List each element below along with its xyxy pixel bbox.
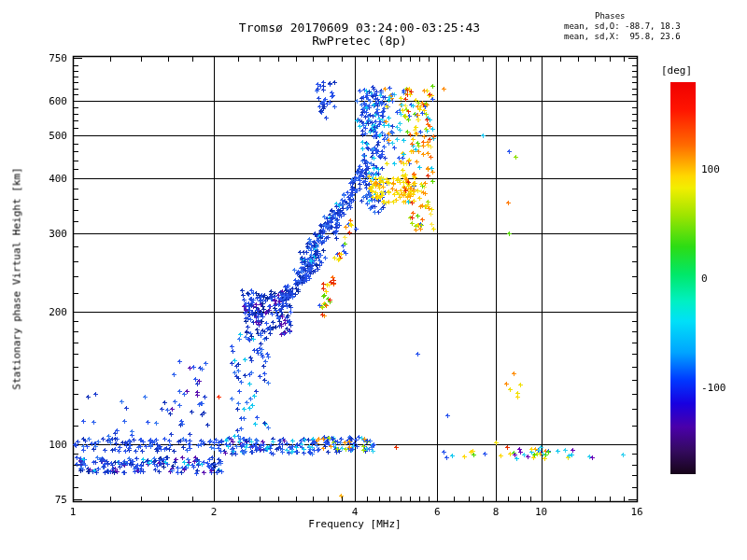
- y-tick-label: 300: [35, 228, 67, 240]
- y-tick-label: 400: [35, 173, 67, 185]
- x-tick-label: 10: [528, 506, 556, 518]
- phase-stats-heading: Phases: [595, 11, 626, 21]
- x-axis-label: Frequency [MHz]: [215, 518, 495, 530]
- y-tick-label: 200: [35, 306, 67, 318]
- colorbar-tick-label: 0: [701, 273, 708, 285]
- ionogram-screen: Tromsø 20170609 03:24:00-03:25:43 RwPret…: [0, 0, 747, 560]
- colorbar-title: [deg]: [661, 64, 692, 77]
- y-tick-label: 500: [35, 130, 67, 142]
- phase-stats-o-mode: mean, sd,O: -88.7, 18.3: [564, 21, 681, 32]
- colorbar-tick-label: 100: [701, 163, 720, 175]
- x-tick-label: 2: [200, 506, 228, 518]
- x-tick-label: 8: [482, 506, 510, 518]
- phase-colorbar: [670, 82, 696, 474]
- y-tick-label: 75: [35, 494, 67, 506]
- y-tick-label: 750: [35, 52, 67, 64]
- plot-title: Tromsø 20170609 03:24:00-03:25:43: [79, 21, 640, 35]
- scatter-plot-canvas: [0, 0, 747, 560]
- x-tick-label: 6: [423, 506, 451, 518]
- phase-stats-x-mode: mean, sd,X: 95.8, 23.6: [564, 32, 681, 42]
- phase-stats-block: Phases mean, sd,O: -88.7, 18.3 mean, sd,…: [564, 11, 585, 63]
- x-tick-label: 4: [341, 506, 369, 518]
- y-tick-label: 600: [35, 95, 67, 107]
- y-tick-label: 100: [35, 439, 67, 451]
- x-tick-label: 1: [59, 506, 87, 518]
- plot-subtitle: RwPretec (8p): [79, 34, 640, 48]
- x-tick-label: 16: [623, 506, 651, 518]
- y-axis-label: Stationary phase Virtual Height [km]: [11, 139, 23, 419]
- colorbar-tick-label: -100: [701, 382, 726, 394]
